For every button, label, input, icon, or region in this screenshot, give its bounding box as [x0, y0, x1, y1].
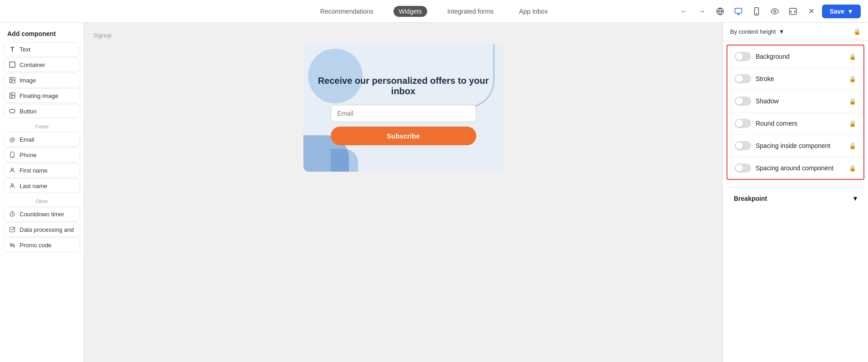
top-nav: Recommendations Widgets Integrated forms… — [0, 0, 868, 23]
height-selector[interactable]: By content height ▼ — [730, 28, 784, 35]
top-nav-tabs: Recommendations Widgets Integrated forms… — [315, 6, 553, 17]
svg-rect-11 — [10, 109, 15, 113]
email-icon: @ — [9, 136, 16, 143]
svg-point-7 — [11, 79, 13, 81]
svg-rect-17 — [10, 227, 15, 232]
widget-preview[interactable]: Receive our personalized offers to your … — [303, 44, 504, 172]
svg-point-14 — [11, 168, 14, 170]
properties-panel: Background 🔒 Stroke 🔒 Shadow 🔒 — [727, 45, 864, 180]
sidebar-title: Add component — [4, 28, 80, 42]
height-selector-label: By content height — [730, 28, 776, 35]
widget-email-input[interactable] — [331, 105, 476, 122]
container-icon — [9, 61, 16, 68]
phone-icon — [9, 151, 16, 158]
property-background: Background 🔒 — [727, 46, 863, 68]
close-button[interactable]: ✕ — [804, 4, 818, 19]
data-processing-icon — [9, 226, 16, 233]
fields-section-label: Fields — [4, 119, 80, 132]
component-email-label: Email — [20, 136, 35, 143]
component-countdown-timer[interactable]: Countdown timer — [4, 207, 80, 221]
language-button[interactable] — [713, 4, 727, 19]
undo-button[interactable]: ← — [676, 4, 691, 19]
component-first-name-label: First name — [20, 167, 47, 174]
preview-button[interactable] — [767, 4, 782, 19]
component-countdown-timer-label: Countdown timer — [20, 211, 64, 218]
desktop-button[interactable] — [731, 4, 746, 19]
component-last-name[interactable]: Last name — [4, 178, 80, 193]
countdown-timer-icon — [9, 210, 16, 218]
tab-recommendations[interactable]: Recommendations — [315, 6, 379, 17]
code-button[interactable] — [786, 4, 800, 19]
round-corners-label: Round corners — [756, 120, 797, 127]
promo-code-icon: % — [9, 241, 16, 249]
background-toggle[interactable] — [735, 52, 751, 61]
shadow-label: Shadow — [756, 97, 779, 105]
other-section-label: Other — [4, 194, 80, 207]
height-lock-icon: 🔒 — [853, 28, 861, 35]
component-image-label: Image — [20, 77, 36, 84]
last-name-icon — [9, 182, 16, 189]
tab-integrated-forms[interactable]: Integrated forms — [442, 6, 499, 17]
widget-subscribe-button[interactable]: Subscribe — [331, 127, 476, 145]
component-last-name-label: Last name — [20, 183, 47, 189]
stroke-lock-icon: 🔒 — [849, 76, 856, 82]
component-promo-code-label: Promo code — [20, 242, 51, 249]
tab-widgets[interactable]: Widgets — [394, 6, 428, 17]
property-spacing-inside: Spacing inside component 🔒 — [727, 135, 863, 157]
component-phone-label: Phone — [20, 152, 37, 158]
component-container[interactable]: Container — [4, 57, 80, 72]
component-email[interactable]: @ Email — [4, 132, 80, 147]
component-text[interactable]: T Text — [4, 42, 80, 56]
breakpoint-label: Breakpoint — [734, 195, 767, 202]
spacing-around-lock-icon: 🔒 — [849, 165, 856, 172]
shadow-lock-icon: 🔒 — [849, 98, 856, 105]
property-spacing-around: Spacing around component 🔒 — [727, 157, 863, 179]
save-button[interactable]: Save ▼ — [822, 5, 861, 18]
svg-rect-6 — [10, 62, 15, 67]
component-button-label: Button — [20, 108, 37, 115]
component-button[interactable]: Button — [4, 104, 80, 118]
canvas-label: Signup — [93, 32, 713, 39]
stroke-label: Stroke — [756, 75, 774, 82]
shadow-toggle[interactable] — [735, 97, 751, 106]
component-phone[interactable]: Phone — [4, 148, 80, 162]
svg-point-3 — [757, 13, 757, 14]
round-corners-toggle[interactable] — [735, 119, 751, 128]
spacing-around-label: Spacing around component — [756, 164, 833, 172]
background-label: Background — [756, 53, 790, 60]
component-floating-image-label: Floating image — [20, 92, 58, 99]
svg-point-9 — [11, 94, 13, 96]
component-floating-image[interactable]: Floating image — [4, 88, 80, 103]
image-icon — [9, 76, 16, 84]
height-chevron-icon: ▼ — [778, 28, 784, 35]
breakpoint-chevron-icon: ▾ — [853, 194, 857, 203]
svg-point-4 — [774, 10, 776, 12]
widget-title: Receive our personalized offers to your … — [313, 76, 495, 97]
round-corners-lock-icon: 🔒 — [849, 120, 856, 127]
spacing-inside-toggle[interactable] — [735, 141, 751, 150]
tab-app-inbox[interactable]: App Inbox — [514, 6, 553, 17]
property-stroke: Stroke 🔒 — [727, 68, 863, 90]
component-image[interactable]: Image — [4, 73, 80, 87]
top-nav-right: ← → ✕ Save ▼ — [676, 4, 861, 19]
component-first-name[interactable]: First name — [4, 163, 80, 178]
redo-button[interactable]: → — [695, 4, 709, 19]
right-panel-header: By content height ▼ 🔒 — [723, 23, 868, 41]
main-layout: Add component T Text Container Image Flo… — [0, 23, 868, 362]
spacing-inside-label: Spacing inside component — [756, 142, 830, 149]
canvas-area: Signup Receive our personalized offers t… — [84, 23, 722, 362]
property-round-corners: Round corners 🔒 — [727, 112, 863, 135]
svg-rect-1 — [735, 8, 742, 13]
first-name-icon — [9, 167, 16, 174]
component-data-processing[interactable]: Data processing and — [4, 222, 80, 237]
spacing-around-toggle[interactable] — [735, 163, 751, 173]
mobile-button[interactable] — [749, 4, 764, 19]
breakpoint-row[interactable]: Breakpoint ▾ — [727, 187, 864, 209]
component-data-processing-label: Data processing and — [20, 226, 74, 233]
stroke-toggle[interactable] — [735, 74, 751, 83]
component-promo-code[interactable]: % Promo code — [4, 238, 80, 252]
left-sidebar: Add component T Text Container Image Flo… — [0, 23, 84, 362]
svg-point-15 — [11, 184, 14, 186]
floating-image-icon — [9, 92, 16, 99]
spacing-inside-lock-icon: 🔒 — [849, 143, 856, 149]
